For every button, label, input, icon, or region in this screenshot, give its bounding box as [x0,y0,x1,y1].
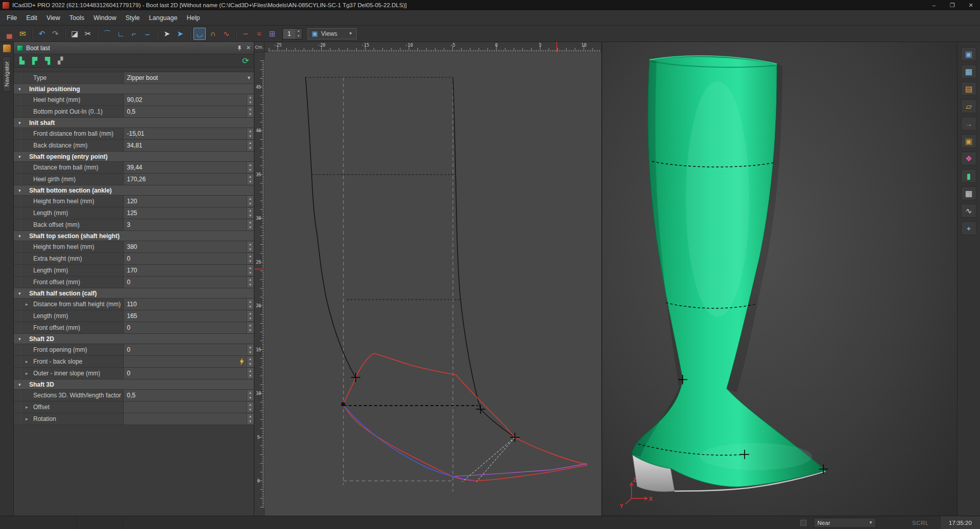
table-panel-icon[interactable]: ▦ [961,186,976,200]
section-header[interactable]: ▾Init shaft [14,118,254,128]
panel-close-button[interactable]: ✕ [246,45,251,51]
redo-button[interactable]: ↷ [49,28,61,40]
property-value-field[interactable]: 170▲▼ [124,265,254,276]
value-spinner[interactable]: ▲▼ [247,242,253,252]
expand-icon[interactable]: ▸ [26,302,28,307]
u-curve-button[interactable]: ◡ [193,28,206,40]
views-dropdown[interactable]: ▣ Views ▼ [308,28,357,39]
value-spinner[interactable]: ▲▼ [247,368,253,378]
menu-language[interactable]: Language [144,12,182,24]
property-value-field[interactable]: 120▲▼ [124,196,254,207]
navigator-tab[interactable]: Navigator [3,56,11,92]
combined-view-button[interactable]: ▜ [42,55,53,67]
last-view-button[interactable]: ▙ [16,55,28,67]
property-value-field[interactable]: 0,5▲▼ [124,106,254,117]
value-spinner[interactable]: ▲▼ [247,311,253,321]
value-spinner[interactable]: ▲▼ [247,208,253,218]
grid-transform-button[interactable]: ⊞ [266,28,278,40]
value-spinner[interactable]: ▲▼ [247,220,253,230]
value-spinner[interactable]: ▲▼ [247,345,253,355]
property-value-field[interactable]: ▲▼ [124,413,254,425]
cut-button[interactable]: ✂ [82,28,94,40]
curve-tool-button[interactable]: ⌒ [101,28,114,40]
value-spinner[interactable]: ▲▼ [247,265,253,276]
value-spinner[interactable]: ▲▼ [247,253,253,264]
close-button[interactable]: ✕ [962,0,980,10]
section-header[interactable]: ▾Shaft half section (calf) [14,288,254,299]
menu-help[interactable]: Help [182,12,205,24]
edit-sections-button[interactable]: ▞ [55,55,66,67]
curves-panel-icon[interactable]: ∿ [961,204,976,218]
select-delete-button[interactable]: ➤ [161,28,173,40]
property-value-field[interactable]: 165▲▼ [124,310,254,322]
property-value-field[interactable]: 0,5▲▼ [124,390,254,401]
near-dropdown[interactable]: Near ▼ [814,518,876,528]
value-spinner[interactable]: ▲▼ [247,140,253,151]
value-spinner[interactable]: ▲▼ [247,414,253,424]
arc-edit-button[interactable]: ⌣ [141,28,154,40]
value-spinner[interactable]: ▲▼ [247,390,253,400]
value-spinner[interactable]: ▲▼ [247,299,253,309]
property-value-field[interactable]: 125▲▼ [124,207,254,219]
lock-button[interactable]: ∩ [207,28,219,40]
windows-panel-icon[interactable]: ▣ [961,47,976,61]
property-value-field[interactable]: 0▲▼ [124,277,254,288]
property-value-field[interactable]: ▲▼ [124,401,254,413]
property-value-field[interactable]: 380▲▼ [124,241,254,252]
type-dropdown[interactable]: Zipper boot ▼ [124,72,254,83]
section-header[interactable]: ▾Shaft 3D [14,379,254,390]
expand-icon[interactable]: ▸ [26,405,28,410]
charts-panel-icon[interactable]: ▤ [961,82,976,96]
property-value-field[interactable]: -15,01▲▼ [124,128,254,139]
property-value-field[interactable]: ▲▼ [124,356,254,367]
zoom-spinner-arrows[interactable]: ▴▾ [295,29,302,39]
section-header[interactable]: ▾Initial positioning [14,84,254,94]
style-panel-icon[interactable]: ❖ [961,152,976,165]
files-panel-icon[interactable]: ▱ [961,99,976,113]
canvas-3d[interactable]: Z X Y [602,42,957,516]
corner2-tool-button[interactable]: ⌐ [128,28,140,40]
property-value-field[interactable]: 0▲▼ [124,253,254,264]
property-value-field[interactable]: 0▲▼ [124,368,254,379]
section-header[interactable]: ▾Shaft top section (shaft height) [14,231,254,241]
section-header[interactable]: ▾Shaft bottom section (ankle) [14,185,254,196]
maximize-button[interactable]: ❐ [943,0,962,10]
menu-view[interactable]: View [42,12,65,24]
expand-icon[interactable]: ▸ [26,371,28,376]
select-button[interactable]: ➤ [174,28,186,40]
export-panel-icon[interactable]: → [961,117,976,131]
property-value-field[interactable]: 170,26▲▼ [124,174,254,185]
status-checkbox[interactable] [800,520,807,526]
menu-window[interactable]: Window [89,12,121,24]
grid-panel-icon[interactable]: ▦ [961,65,976,78]
property-value-field[interactable]: 3▲▼ [124,219,254,230]
menu-edit[interactable]: Edit [21,12,42,24]
undo-button[interactable]: ↶ [36,28,48,40]
property-value-field[interactable]: 110▲▼ [124,299,254,310]
eraser-button[interactable]: ◪ [69,28,81,40]
menu-tools[interactable]: Tools [65,12,89,24]
canvas-2d[interactable] [265,52,601,516]
expand-icon[interactable]: ▸ [26,359,28,364]
shaft-view-button[interactable]: ▛ [29,55,40,67]
pin-button[interactable] [237,45,242,51]
section-header[interactable]: ▾Shaft opening (entry point) [14,152,254,162]
last-panel-icon[interactable]: ▮ [961,169,976,183]
property-value-field[interactable]: 0▲▼ [124,322,254,333]
stitch-button[interactable]: ∽ [239,28,252,40]
property-value-field[interactable]: 34,81▲▼ [124,140,254,151]
value-spinner[interactable]: ▲▼ [247,196,253,206]
value-spinner[interactable]: ▲▼ [247,162,253,173]
value-spinner[interactable]: ▲▼ [247,107,253,117]
wave-button[interactable]: ≈ [253,28,265,40]
axes-panel-icon[interactable]: + [961,221,976,235]
property-value-field[interactable]: 0▲▼ [124,344,254,355]
menu-file[interactable]: File [2,12,21,24]
value-spinner[interactable]: ▲▼ [247,323,253,333]
menu-style[interactable]: Style [121,12,144,24]
corner-tool-button[interactable]: ∟ [115,28,127,40]
bezier-edit-button[interactable]: ∿ [220,28,232,40]
property-value-field[interactable]: 39,44▲▼ [124,162,254,173]
expand-icon[interactable]: ▸ [26,416,28,421]
minimize-button[interactable]: – [925,0,943,10]
